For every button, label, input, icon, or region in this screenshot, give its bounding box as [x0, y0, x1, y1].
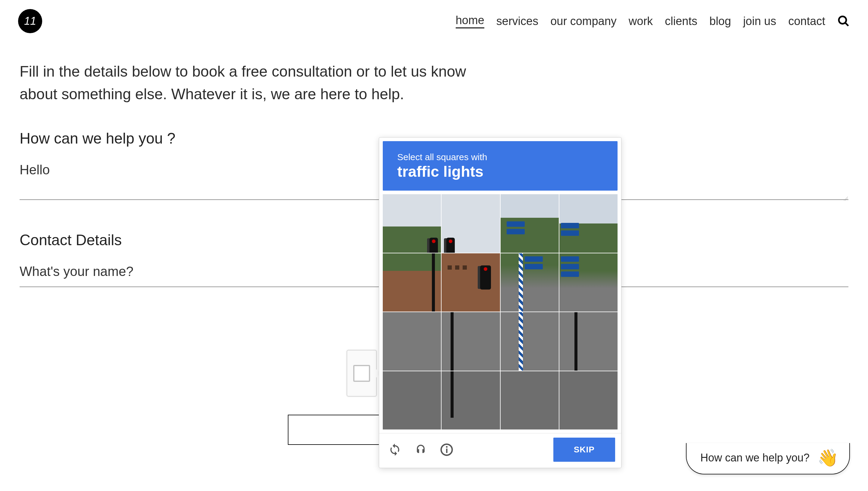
chat-widget[interactable]: How can we help you? 👋	[686, 443, 850, 474]
nav-home[interactable]: home	[456, 14, 484, 28]
recaptcha-skip-button[interactable]: SKIP	[553, 438, 615, 462]
recaptcha-tile-12[interactable]	[559, 312, 618, 371]
recaptcha-tile-9[interactable]	[383, 312, 441, 371]
nav-blog[interactable]: blog	[710, 15, 731, 28]
recaptcha-tile-6[interactable]	[441, 253, 500, 312]
brand-logo-text: 11	[24, 15, 36, 27]
svg-rect-3	[446, 449, 447, 453]
chat-widget-text: How can we help you?	[701, 452, 809, 464]
recaptcha-audio-icon[interactable]	[413, 442, 428, 457]
recaptcha-tile-8[interactable]	[559, 253, 618, 312]
recaptcha-grid	[383, 194, 618, 430]
recaptcha-tile-5[interactable]	[383, 253, 441, 312]
recaptcha-subject: traffic lights	[397, 163, 603, 180]
svg-line-1	[845, 23, 848, 26]
recaptcha-tile-2[interactable]	[441, 194, 500, 253]
recaptcha-tile-3[interactable]	[501, 194, 559, 253]
brand-logo[interactable]: 11	[18, 9, 42, 33]
recaptcha-anchor	[347, 350, 377, 397]
intro-text: Fill in the details below to book a free…	[20, 60, 490, 106]
recaptcha-tile-15[interactable]	[501, 371, 559, 430]
recaptcha-tile-16[interactable]	[559, 371, 618, 430]
recaptcha-tile-14[interactable]	[441, 371, 500, 430]
nav-work[interactable]: work	[629, 15, 653, 28]
recaptcha-info-icon[interactable]	[439, 442, 454, 457]
nav-services[interactable]: services	[496, 15, 538, 28]
recaptcha-footer: SKIP	[379, 433, 621, 468]
svg-point-4	[446, 446, 448, 448]
nav-join-us[interactable]: join us	[743, 15, 776, 28]
wave-emoji-icon: 👋	[817, 448, 838, 468]
submit-button[interactable]	[288, 415, 381, 445]
recaptcha-instruction: Select all squares with	[397, 152, 603, 162]
main-nav: home services our company work clients b…	[456, 14, 850, 28]
recaptcha-tile-13[interactable]	[383, 371, 441, 430]
recaptcha-tile-1[interactable]	[383, 194, 441, 253]
recaptcha-checkbox[interactable]	[353, 365, 370, 382]
nav-our-company[interactable]: our company	[550, 15, 617, 28]
search-icon[interactable]	[837, 15, 850, 27]
textarea-resize-handle[interactable]	[842, 195, 848, 201]
recaptcha-reload-icon[interactable]	[388, 442, 402, 457]
nav-clients[interactable]: clients	[665, 15, 698, 28]
recaptcha-tile-4[interactable]	[559, 194, 618, 253]
recaptcha-challenge: Select all squares with traffic lights	[379, 137, 621, 468]
recaptcha-tile-10[interactable]	[441, 312, 500, 371]
svg-point-0	[839, 16, 846, 24]
recaptcha-header: Select all squares with traffic lights	[383, 141, 618, 191]
nav-contact[interactable]: contact	[788, 15, 825, 28]
recaptcha-tile-7[interactable]	[501, 253, 559, 312]
recaptcha-tile-11[interactable]	[501, 312, 559, 371]
